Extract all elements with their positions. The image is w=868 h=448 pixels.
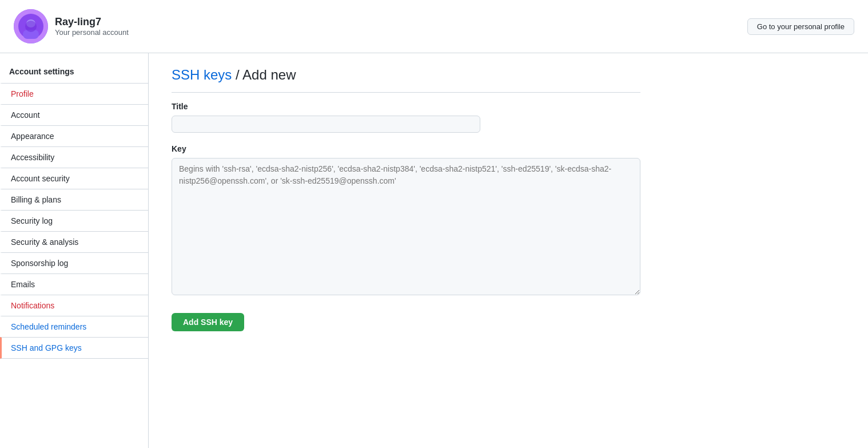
key-label: Key [172, 144, 640, 153]
main-layout: Account settings Profile Account Appeara… [0, 53, 868, 448]
main-content: SSH keys / Add new Title Key Add SSH key [149, 53, 663, 448]
sidebar-item-appearance[interactable]: Appearance [0, 125, 148, 146]
sidebar-item-scheduled-reminders[interactable]: Scheduled reminders [0, 316, 148, 337]
breadcrumb-link[interactable]: SSH keys [172, 67, 232, 82]
sidebar-item-billing-plans[interactable]: Billing & plans [0, 189, 148, 210]
user-info: Ray-ling7 Your personal account [14, 9, 129, 43]
go-to-profile-button[interactable]: Go to your personal profile [747, 18, 854, 35]
sidebar-item-account-security[interactable]: Account security [0, 168, 148, 189]
svg-point-4 [25, 21, 37, 32]
title-input[interactable] [172, 116, 480, 133]
title-label: Title [172, 102, 640, 111]
sidebar-item-profile[interactable]: Profile [0, 83, 148, 104]
sidebar-item-security-log[interactable]: Security log [0, 210, 148, 231]
username: Ray-ling7 [55, 16, 129, 28]
sidebar-item-notifications[interactable]: Notifications [0, 295, 148, 316]
sidebar-item-ssh-gpg-keys[interactable]: SSH and GPG keys [0, 337, 148, 359]
key-form-group: Key [172, 144, 640, 297]
sidebar-item-account[interactable]: Account [0, 104, 148, 125]
add-ssh-key-button[interactable]: Add SSH key [172, 313, 244, 331]
user-subtitle: Your personal account [55, 28, 129, 37]
breadcrumb-separator: / Add new [236, 67, 296, 82]
title-form-group: Title [172, 102, 640, 133]
sidebar: Account settings Profile Account Appeara… [0, 53, 149, 448]
sidebar-item-sponsorship-log[interactable]: Sponsorship log [0, 252, 148, 273]
avatar [14, 9, 48, 43]
user-details: Ray-ling7 Your personal account [55, 16, 129, 37]
sidebar-item-accessibility[interactable]: Accessibility [0, 146, 148, 168]
top-header: Ray-ling7 Your personal account Go to yo… [0, 0, 868, 53]
key-textarea[interactable] [172, 158, 640, 295]
sidebar-item-security-analysis[interactable]: Security & analysis [0, 231, 148, 252]
sidebar-item-emails[interactable]: Emails [0, 273, 148, 295]
sidebar-heading: Account settings [0, 62, 148, 83]
page-title: SSH keys / Add new [172, 67, 640, 93]
